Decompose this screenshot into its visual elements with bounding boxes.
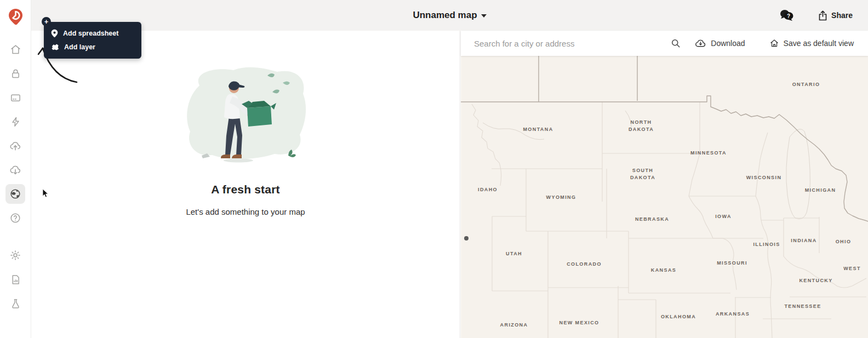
lock-icon[interactable]	[5, 64, 25, 83]
flask-icon[interactable]	[5, 294, 25, 313]
help-circle-icon[interactable]	[5, 208, 25, 228]
add-layer-label: Add layer	[64, 43, 95, 51]
help-chat-icon[interactable]: ?	[779, 8, 795, 22]
add-layer-item[interactable]: Add layer	[44, 41, 141, 54]
map-pin-icon	[51, 29, 58, 38]
download-cloud-icon	[695, 38, 706, 48]
cloud-upload-icon[interactable]	[5, 136, 25, 156]
add-spreadsheet-label: Add spreadsheet	[63, 30, 118, 37]
cloud-download-icon[interactable]	[5, 160, 25, 180]
sidebar	[0, 0, 31, 338]
panel-collapse-handle[interactable]	[464, 236, 469, 240]
empty-state-title: A fresh start	[211, 183, 280, 196]
top-bar: Unnamed map ? Share	[31, 0, 868, 31]
share-label: Share	[831, 11, 853, 20]
app-window: Unnamed map ? Share	[0, 0, 868, 338]
fresh-start-illustration	[181, 62, 310, 168]
map-title[interactable]: Unnamed map	[413, 10, 477, 21]
app-logo[interactable]	[8, 8, 23, 27]
search-icon[interactable]	[671, 38, 681, 48]
map-title-menu[interactable]: Unnamed map	[31, 0, 868, 31]
home-icon[interactable]	[5, 39, 25, 59]
search-input[interactable]	[474, 39, 664, 48]
layer-shape-icon	[51, 43, 59, 51]
map-canvas[interactable]: ONTARIOMONTANANORTH DAKOTAMINNESOTASOUTH…	[461, 56, 868, 338]
svg-text:?: ?	[787, 13, 790, 19]
add-menu: Add spreadsheet Add layer	[44, 22, 141, 59]
add-spreadsheet-item[interactable]: Add spreadsheet	[44, 26, 141, 41]
home-icon	[769, 38, 779, 48]
settings-gear-icon[interactable]	[5, 245, 25, 265]
share-button[interactable]: Share	[818, 10, 853, 21]
save-default-label: Save as default view	[784, 39, 854, 48]
globe-icon[interactable]	[5, 184, 25, 204]
credit-card-icon[interactable]	[5, 88, 25, 107]
share-icon	[818, 10, 827, 21]
empty-state-subtitle: Let's add something to your map	[186, 207, 305, 216]
save-default-view-button[interactable]: Save as default view	[769, 38, 854, 48]
map-toolbar: Download Save as default view	[461, 31, 868, 56]
add-button[interactable]: +	[42, 17, 51, 26]
content-panel: A fresh start Let's add something to you…	[31, 31, 460, 338]
report-doc-icon[interactable]	[5, 270, 25, 289]
chevron-down-icon	[481, 14, 487, 18]
download-label: Download	[711, 39, 745, 48]
download-button[interactable]: Download	[695, 38, 745, 48]
plus-icon: +	[44, 18, 49, 25]
lightning-icon[interactable]	[5, 112, 25, 131]
map-borders	[461, 56, 868, 338]
empty-state: A fresh start Let's add something to you…	[31, 62, 460, 216]
